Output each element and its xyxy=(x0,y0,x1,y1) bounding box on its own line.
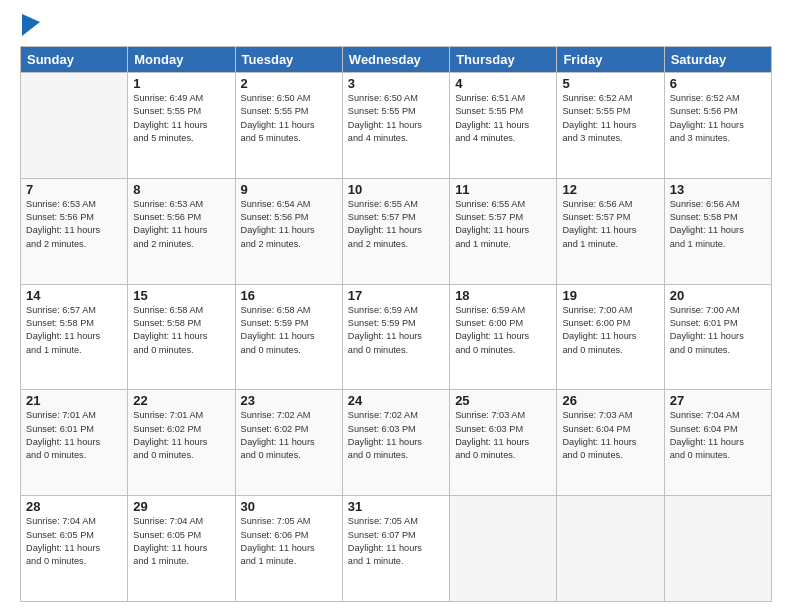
calendar-cell: 25Sunrise: 7:03 AM Sunset: 6:03 PM Dayli… xyxy=(450,390,557,496)
calendar-cell: 14Sunrise: 6:57 AM Sunset: 5:58 PM Dayli… xyxy=(21,284,128,390)
day-info: Sunrise: 7:04 AM Sunset: 6:05 PM Dayligh… xyxy=(133,515,229,568)
day-info: Sunrise: 6:53 AM Sunset: 5:56 PM Dayligh… xyxy=(26,198,122,251)
calendar-cell: 3Sunrise: 6:50 AM Sunset: 5:55 PM Daylig… xyxy=(342,73,449,179)
calendar-cell: 7Sunrise: 6:53 AM Sunset: 5:56 PM Daylig… xyxy=(21,178,128,284)
calendar-cell: 12Sunrise: 6:56 AM Sunset: 5:57 PM Dayli… xyxy=(557,178,664,284)
calendar-cell: 23Sunrise: 7:02 AM Sunset: 6:02 PM Dayli… xyxy=(235,390,342,496)
day-info: Sunrise: 7:05 AM Sunset: 6:06 PM Dayligh… xyxy=(241,515,337,568)
day-info: Sunrise: 7:01 AM Sunset: 6:02 PM Dayligh… xyxy=(133,409,229,462)
day-info: Sunrise: 6:49 AM Sunset: 5:55 PM Dayligh… xyxy=(133,92,229,145)
calendar-cell: 27Sunrise: 7:04 AM Sunset: 6:04 PM Dayli… xyxy=(664,390,771,496)
day-number: 9 xyxy=(241,182,337,197)
logo xyxy=(20,18,40,36)
day-info: Sunrise: 7:05 AM Sunset: 6:07 PM Dayligh… xyxy=(348,515,444,568)
day-info: Sunrise: 6:57 AM Sunset: 5:58 PM Dayligh… xyxy=(26,304,122,357)
calendar-cell: 28Sunrise: 7:04 AM Sunset: 6:05 PM Dayli… xyxy=(21,496,128,602)
day-info: Sunrise: 7:02 AM Sunset: 6:02 PM Dayligh… xyxy=(241,409,337,462)
day-number: 19 xyxy=(562,288,658,303)
column-header-tuesday: Tuesday xyxy=(235,47,342,73)
day-info: Sunrise: 6:59 AM Sunset: 5:59 PM Dayligh… xyxy=(348,304,444,357)
day-info: Sunrise: 7:02 AM Sunset: 6:03 PM Dayligh… xyxy=(348,409,444,462)
column-header-monday: Monday xyxy=(128,47,235,73)
calendar-cell: 20Sunrise: 7:00 AM Sunset: 6:01 PM Dayli… xyxy=(664,284,771,390)
day-number: 3 xyxy=(348,76,444,91)
day-info: Sunrise: 7:00 AM Sunset: 6:01 PM Dayligh… xyxy=(670,304,766,357)
day-info: Sunrise: 6:52 AM Sunset: 5:55 PM Dayligh… xyxy=(562,92,658,145)
day-number: 4 xyxy=(455,76,551,91)
day-number: 26 xyxy=(562,393,658,408)
day-number: 10 xyxy=(348,182,444,197)
day-number: 31 xyxy=(348,499,444,514)
day-number: 30 xyxy=(241,499,337,514)
calendar-cell: 13Sunrise: 6:56 AM Sunset: 5:58 PM Dayli… xyxy=(664,178,771,284)
calendar-week-row: 14Sunrise: 6:57 AM Sunset: 5:58 PM Dayli… xyxy=(21,284,772,390)
column-header-thursday: Thursday xyxy=(450,47,557,73)
calendar-cell xyxy=(557,496,664,602)
day-number: 17 xyxy=(348,288,444,303)
calendar-cell: 9Sunrise: 6:54 AM Sunset: 5:56 PM Daylig… xyxy=(235,178,342,284)
calendar-cell: 26Sunrise: 7:03 AM Sunset: 6:04 PM Dayli… xyxy=(557,390,664,496)
calendar-cell xyxy=(664,496,771,602)
calendar-cell xyxy=(450,496,557,602)
calendar-cell: 1Sunrise: 6:49 AM Sunset: 5:55 PM Daylig… xyxy=(128,73,235,179)
day-info: Sunrise: 6:58 AM Sunset: 5:59 PM Dayligh… xyxy=(241,304,337,357)
day-info: Sunrise: 7:00 AM Sunset: 6:00 PM Dayligh… xyxy=(562,304,658,357)
day-info: Sunrise: 6:55 AM Sunset: 5:57 PM Dayligh… xyxy=(348,198,444,251)
day-info: Sunrise: 7:04 AM Sunset: 6:05 PM Dayligh… xyxy=(26,515,122,568)
day-number: 5 xyxy=(562,76,658,91)
calendar-cell: 2Sunrise: 6:50 AM Sunset: 5:55 PM Daylig… xyxy=(235,73,342,179)
day-number: 15 xyxy=(133,288,229,303)
calendar-cell: 4Sunrise: 6:51 AM Sunset: 5:55 PM Daylig… xyxy=(450,73,557,179)
day-info: Sunrise: 6:56 AM Sunset: 5:57 PM Dayligh… xyxy=(562,198,658,251)
day-info: Sunrise: 7:01 AM Sunset: 6:01 PM Dayligh… xyxy=(26,409,122,462)
day-info: Sunrise: 6:50 AM Sunset: 5:55 PM Dayligh… xyxy=(348,92,444,145)
day-info: Sunrise: 6:52 AM Sunset: 5:56 PM Dayligh… xyxy=(670,92,766,145)
calendar-table: SundayMondayTuesdayWednesdayThursdayFrid… xyxy=(20,46,772,602)
calendar-cell: 8Sunrise: 6:53 AM Sunset: 5:56 PM Daylig… xyxy=(128,178,235,284)
calendar-cell: 15Sunrise: 6:58 AM Sunset: 5:58 PM Dayli… xyxy=(128,284,235,390)
calendar-cell: 19Sunrise: 7:00 AM Sunset: 6:00 PM Dayli… xyxy=(557,284,664,390)
calendar-week-row: 28Sunrise: 7:04 AM Sunset: 6:05 PM Dayli… xyxy=(21,496,772,602)
calendar-cell: 16Sunrise: 6:58 AM Sunset: 5:59 PM Dayli… xyxy=(235,284,342,390)
day-info: Sunrise: 7:03 AM Sunset: 6:03 PM Dayligh… xyxy=(455,409,551,462)
day-number: 16 xyxy=(241,288,337,303)
day-number: 27 xyxy=(670,393,766,408)
calendar-cell: 10Sunrise: 6:55 AM Sunset: 5:57 PM Dayli… xyxy=(342,178,449,284)
day-info: Sunrise: 6:56 AM Sunset: 5:58 PM Dayligh… xyxy=(670,198,766,251)
day-number: 23 xyxy=(241,393,337,408)
day-number: 6 xyxy=(670,76,766,91)
column-header-sunday: Sunday xyxy=(21,47,128,73)
day-number: 12 xyxy=(562,182,658,197)
day-number: 24 xyxy=(348,393,444,408)
calendar-cell xyxy=(21,73,128,179)
header xyxy=(20,18,772,36)
calendar-cell: 11Sunrise: 6:55 AM Sunset: 5:57 PM Dayli… xyxy=(450,178,557,284)
calendar-cell: 22Sunrise: 7:01 AM Sunset: 6:02 PM Dayli… xyxy=(128,390,235,496)
calendar-cell: 31Sunrise: 7:05 AM Sunset: 6:07 PM Dayli… xyxy=(342,496,449,602)
calendar-cell: 21Sunrise: 7:01 AM Sunset: 6:01 PM Dayli… xyxy=(21,390,128,496)
day-number: 14 xyxy=(26,288,122,303)
logo-icon xyxy=(22,14,40,36)
day-number: 29 xyxy=(133,499,229,514)
calendar-page: SundayMondayTuesdayWednesdayThursdayFrid… xyxy=(0,0,792,612)
day-info: Sunrise: 7:04 AM Sunset: 6:04 PM Dayligh… xyxy=(670,409,766,462)
day-info: Sunrise: 7:03 AM Sunset: 6:04 PM Dayligh… xyxy=(562,409,658,462)
column-header-saturday: Saturday xyxy=(664,47,771,73)
day-number: 18 xyxy=(455,288,551,303)
day-info: Sunrise: 6:55 AM Sunset: 5:57 PM Dayligh… xyxy=(455,198,551,251)
day-info: Sunrise: 6:59 AM Sunset: 6:00 PM Dayligh… xyxy=(455,304,551,357)
calendar-cell: 18Sunrise: 6:59 AM Sunset: 6:00 PM Dayli… xyxy=(450,284,557,390)
day-info: Sunrise: 6:51 AM Sunset: 5:55 PM Dayligh… xyxy=(455,92,551,145)
day-info: Sunrise: 6:54 AM Sunset: 5:56 PM Dayligh… xyxy=(241,198,337,251)
day-number: 8 xyxy=(133,182,229,197)
day-number: 28 xyxy=(26,499,122,514)
calendar-cell: 6Sunrise: 6:52 AM Sunset: 5:56 PM Daylig… xyxy=(664,73,771,179)
day-number: 20 xyxy=(670,288,766,303)
day-info: Sunrise: 6:50 AM Sunset: 5:55 PM Dayligh… xyxy=(241,92,337,145)
column-header-wednesday: Wednesday xyxy=(342,47,449,73)
day-number: 21 xyxy=(26,393,122,408)
calendar-cell: 30Sunrise: 7:05 AM Sunset: 6:06 PM Dayli… xyxy=(235,496,342,602)
calendar-cell: 29Sunrise: 7:04 AM Sunset: 6:05 PM Dayli… xyxy=(128,496,235,602)
calendar-week-row: 1Sunrise: 6:49 AM Sunset: 5:55 PM Daylig… xyxy=(21,73,772,179)
svg-marker-0 xyxy=(22,14,40,36)
